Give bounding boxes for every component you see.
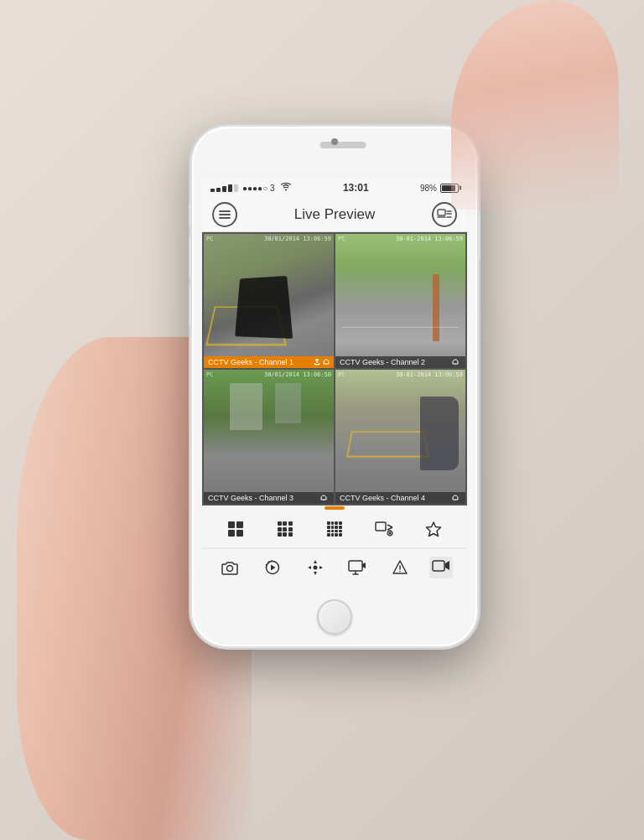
- battery-fill: [442, 185, 455, 191]
- signal-icon: [210, 184, 238, 192]
- carrier-label: ●●●●○ 3: [242, 184, 275, 193]
- wifi-icon: [280, 183, 292, 193]
- status-bar: ●●●●○ 3 13:01 98%: [202, 179, 467, 197]
- cam3-label: CCTV Geeks - Channel 3: [204, 492, 334, 504]
- view-2x2-button[interactable]: [222, 516, 249, 542]
- playback-button[interactable]: [259, 554, 286, 581]
- svg-marker-25: [308, 566, 311, 569]
- volume-down-button: [189, 286, 192, 328]
- navigation-bar: Live Preview: [202, 197, 467, 232]
- phone-device: ●●●●○ 3 13:01 98%: [192, 127, 477, 646]
- scroll-dot: [325, 506, 345, 510]
- svg-marker-35: [445, 561, 449, 570]
- cam1-icons: [314, 359, 330, 366]
- cam3-timestamp: 30/01/2014 13:06:50: [264, 371, 331, 378]
- record-button[interactable]: [429, 557, 453, 578]
- snapshot-button[interactable]: [216, 554, 243, 581]
- svg-rect-34: [433, 561, 444, 571]
- camera-cell-1[interactable]: 30/01/2014 13:06:59 PC CCTV Geeks - Chan…: [204, 234, 334, 368]
- svg-marker-24: [314, 572, 317, 575]
- status-right: 98%: [420, 184, 459, 193]
- svg-marker-19: [427, 522, 441, 537]
- svg-line-14: [387, 525, 392, 527]
- svg-point-22: [313, 566, 317, 570]
- phone-wrapper: ●●●●○ 3 13:01 98%: [192, 127, 477, 646]
- cam4-label: CCTV Geeks - Channel 4: [335, 492, 465, 504]
- view-4x4-button[interactable]: [321, 516, 348, 542]
- page-title: Live Preview: [294, 206, 375, 223]
- cam2-icons: [452, 359, 461, 366]
- view-toolbar: [202, 511, 467, 548]
- display-button[interactable]: [344, 554, 371, 581]
- channel-select-button[interactable]: [371, 516, 397, 542]
- volume-up-button: [189, 236, 192, 277]
- home-button[interactable]: [317, 599, 352, 635]
- cam3-icons: [320, 495, 330, 501]
- svg-point-20: [227, 566, 233, 572]
- camera-cell-4[interactable]: 30-01-2014 13:06:59 PC CCTV Geeks - Chan…: [335, 370, 465, 504]
- scene: ●●●●○ 3 13:01 98%: [0, 0, 644, 840]
- camera-cell-3[interactable]: 30/01/2014 13:06:50 PC CCTV Geeks - Chan…: [204, 370, 334, 504]
- cam1-timestamp: 30/01/2014 13:06:59: [264, 236, 331, 242]
- bottom-sections: [202, 506, 467, 586]
- svg-rect-13: [376, 522, 386, 531]
- battery-icon: [440, 184, 459, 193]
- view-3x3-button[interactable]: [272, 516, 299, 542]
- menu-button[interactable]: [212, 202, 237, 227]
- svg-line-15: [387, 527, 392, 530]
- camera-grid[interactable]: 30/01/2014 13:06:59 PC CCTV Geeks - Chan…: [202, 232, 467, 506]
- status-time: 13:01: [343, 182, 369, 194]
- cam2-label: CCTV Geeks - Channel 2: [335, 356, 465, 368]
- status-left: ●●●●○ 3: [210, 183, 292, 193]
- camera-cell-2[interactable]: 30-01-2014 13:06:59 PC CCTV Geeks - Chan…: [335, 234, 465, 368]
- battery-pct-label: 98%: [420, 184, 437, 193]
- cam2-timestamp: 30-01-2014 13:06:59: [396, 236, 463, 242]
- svg-point-33: [399, 571, 401, 573]
- cam4-icons: [452, 495, 461, 501]
- camera-list-button[interactable]: [432, 202, 457, 227]
- ptz-button[interactable]: [302, 554, 329, 581]
- svg-marker-26: [319, 566, 323, 569]
- svg-rect-27: [349, 561, 362, 571]
- alert-button[interactable]: [387, 554, 413, 581]
- action-toolbar: [202, 548, 467, 586]
- mute-button: [189, 202, 192, 227]
- cam1-label: CCTV Geeks - Channel 1: [204, 356, 334, 368]
- power-button: [477, 210, 480, 261]
- svg-rect-4: [438, 210, 445, 215]
- favorites-button[interactable]: [420, 516, 447, 542]
- phone-screen: ●●●●○ 3 13:01 98%: [202, 179, 467, 586]
- cam4-timestamp: 30-01-2014 13:06:59: [396, 371, 463, 378]
- svg-point-0: [285, 189, 287, 191]
- svg-marker-23: [314, 560, 317, 563]
- earpiece-speaker: [320, 142, 366, 148]
